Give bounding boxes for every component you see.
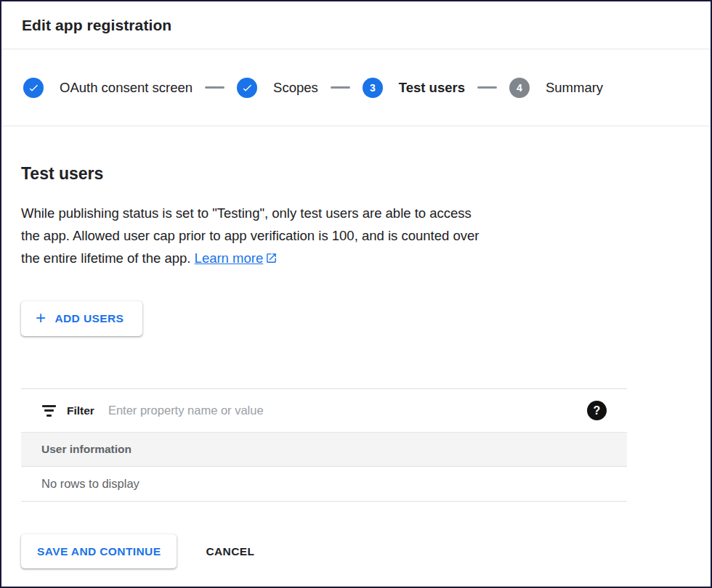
plus-icon: + bbox=[36, 309, 46, 327]
add-users-label: ADD USERS bbox=[54, 312, 124, 325]
step-connector bbox=[205, 86, 224, 89]
step-number-badge: 3 bbox=[363, 78, 383, 98]
step-complete-check-icon bbox=[237, 78, 257, 98]
filter-bar: Filter ? bbox=[21, 388, 627, 432]
description-line: the app. Allowed user cap prior to app v… bbox=[21, 224, 691, 247]
step-connector bbox=[331, 86, 350, 89]
test-users-table: Filter ? User information No rows to dis… bbox=[21, 388, 627, 502]
step-complete-check-icon bbox=[23, 78, 44, 98]
page-header: Edit app registration bbox=[1, 1, 711, 49]
description-line: While publishing status is set to "Testi… bbox=[21, 202, 691, 224]
step-connector bbox=[477, 86, 497, 89]
description-text: the entire lifetime of the app. bbox=[21, 250, 190, 266]
column-header-label: User information bbox=[41, 443, 132, 456]
description-line: the entire lifetime of the app. Learn mo… bbox=[21, 247, 691, 269]
main-content: Test users While publishing status is se… bbox=[1, 164, 711, 568]
save-and-continue-button[interactable]: SAVE AND CONTINUE bbox=[21, 534, 177, 568]
learn-more-label: Learn more bbox=[195, 247, 264, 269]
section-heading: Test users bbox=[21, 164, 691, 184]
step-summary[interactable]: 4 Summary bbox=[509, 78, 603, 98]
learn-more-link[interactable]: Learn more bbox=[195, 247, 278, 269]
filter-label: Filter bbox=[67, 404, 94, 417]
step-label: OAuth consent screen bbox=[60, 80, 193, 96]
step-label: Test users bbox=[399, 80, 465, 96]
filter-input[interactable] bbox=[105, 404, 576, 417]
add-users-button[interactable]: + ADD USERS bbox=[21, 301, 142, 336]
footer-actions: SAVE AND CONTINUE CANCEL bbox=[21, 534, 691, 568]
table-empty-row: No rows to display bbox=[21, 467, 627, 502]
step-oauth-consent-screen[interactable]: OAuth consent screen bbox=[23, 78, 193, 98]
table-column-header: User information bbox=[21, 432, 627, 467]
help-icon[interactable]: ? bbox=[587, 401, 607, 420]
step-label: Summary bbox=[546, 80, 603, 96]
step-scopes[interactable]: Scopes bbox=[237, 78, 318, 98]
section-description: While publishing status is set to "Testi… bbox=[21, 202, 691, 269]
step-number-badge: 4 bbox=[509, 78, 530, 98]
external-link-icon bbox=[265, 252, 278, 264]
wizard-stepper: OAuth consent screen Scopes 3 Test users… bbox=[1, 49, 711, 126]
step-label: Scopes bbox=[273, 80, 318, 96]
filter-icon[interactable] bbox=[41, 405, 56, 417]
step-test-users[interactable]: 3 Test users bbox=[363, 78, 465, 98]
empty-message: No rows to display bbox=[41, 477, 139, 491]
page-title: Edit app registration bbox=[22, 17, 171, 34]
cancel-button[interactable]: CANCEL bbox=[206, 545, 254, 558]
